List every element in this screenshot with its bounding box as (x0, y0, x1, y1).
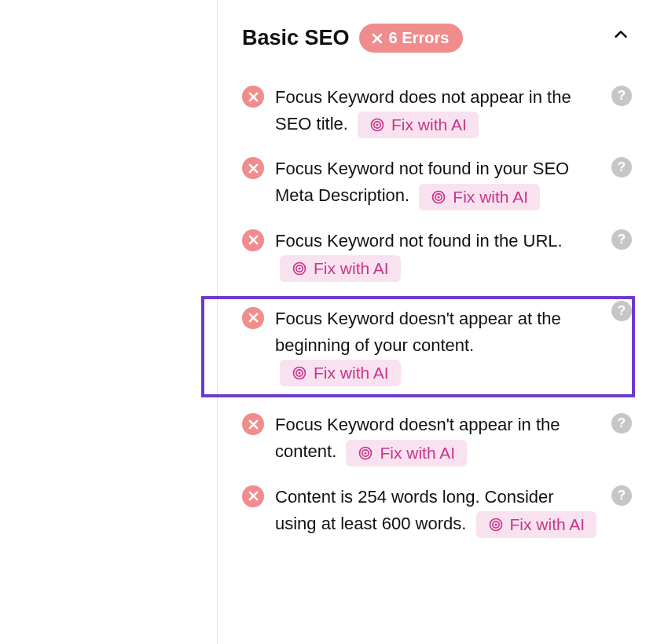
issue-body: Focus Keyword not found in the URL. Fix … (275, 228, 597, 282)
svg-point-17 (494, 523, 497, 525)
help-icon[interactable]: ? (611, 413, 632, 434)
help-icon[interactable]: ? (611, 301, 632, 321)
help-icon[interactable]: ? (611, 86, 632, 106)
help-icon[interactable]: ? (611, 229, 632, 250)
fix-label: Fix with AI (391, 115, 467, 134)
fix-label: Fix with AI (314, 364, 389, 382)
help-icon[interactable]: ? (611, 485, 632, 506)
target-icon (431, 189, 446, 205)
issue-item: Focus Keyword doesn't appear at the begi… (204, 299, 632, 394)
basic-seo-panel: Basic SEO 6 Errors Focus Keyword does no… (242, 24, 632, 538)
section-title: Basic SEO (242, 26, 350, 50)
issue-body: Focus Keyword doesn't appear in the cont… (275, 412, 597, 466)
error-count-badge: 6 Errors (359, 24, 464, 53)
fix-with-ai-button[interactable]: Fix with AI (476, 511, 597, 538)
target-icon (488, 517, 504, 532)
badge-text: 6 Errors (389, 29, 450, 47)
error-icon (242, 86, 264, 108)
target-icon (358, 445, 373, 461)
section-header[interactable]: Basic SEO 6 Errors (242, 24, 632, 53)
issue-list: Focus Keyword does not appear in the SEO… (242, 84, 632, 538)
error-icon (242, 157, 264, 179)
issue-body: Content is 254 words long. Consider usin… (275, 484, 597, 538)
fix-label: Fix with AI (453, 188, 528, 207)
collapse-toggle[interactable] (610, 24, 632, 46)
fix-with-ai-button[interactable]: Fix with AI (358, 112, 479, 138)
issue-text: Focus Keyword not found in the URL. (275, 231, 563, 251)
error-icon (242, 485, 264, 507)
issue-text: Focus Keyword doesn't appear at the begi… (275, 309, 561, 355)
issue-body: Focus Keyword not found in your SEO Meta… (275, 156, 597, 210)
issue-item: Focus Keyword not found in your SEO Meta… (242, 156, 632, 210)
issue-item: Focus Keyword doesn't appear in the cont… (242, 412, 632, 466)
fix-with-ai-button[interactable]: Fix with AI (280, 255, 401, 282)
svg-point-2 (376, 124, 379, 126)
svg-point-8 (299, 267, 301, 269)
help-icon[interactable]: ? (611, 157, 632, 177)
issue-body: Focus Keyword doesn't appear at the begi… (275, 306, 597, 386)
x-icon (370, 31, 384, 46)
fix-with-ai-button[interactable]: Fix with AI (346, 440, 467, 467)
error-icon (242, 307, 264, 329)
issue-body: Focus Keyword does not appear in the SEO… (275, 84, 597, 138)
svg-point-14 (365, 452, 367, 454)
target-icon (292, 365, 307, 381)
fix-label: Fix with AI (380, 444, 455, 463)
fix-label: Fix with AI (314, 259, 389, 278)
error-icon (242, 229, 264, 251)
issue-item: Focus Keyword not found in the URL. Fix … (242, 228, 632, 282)
svg-point-5 (438, 196, 440, 198)
fix-with-ai-button[interactable]: Fix with AI (419, 184, 540, 210)
error-icon (242, 413, 264, 435)
issue-item: Content is 254 words long. Consider usin… (242, 484, 632, 538)
target-icon (292, 261, 307, 276)
issue-item: Focus Keyword does not appear in the SEO… (242, 84, 632, 138)
svg-point-11 (299, 372, 301, 375)
fix-with-ai-button[interactable]: Fix with AI (280, 360, 401, 386)
target-icon (369, 117, 385, 133)
fix-label: Fix with AI (510, 515, 585, 534)
